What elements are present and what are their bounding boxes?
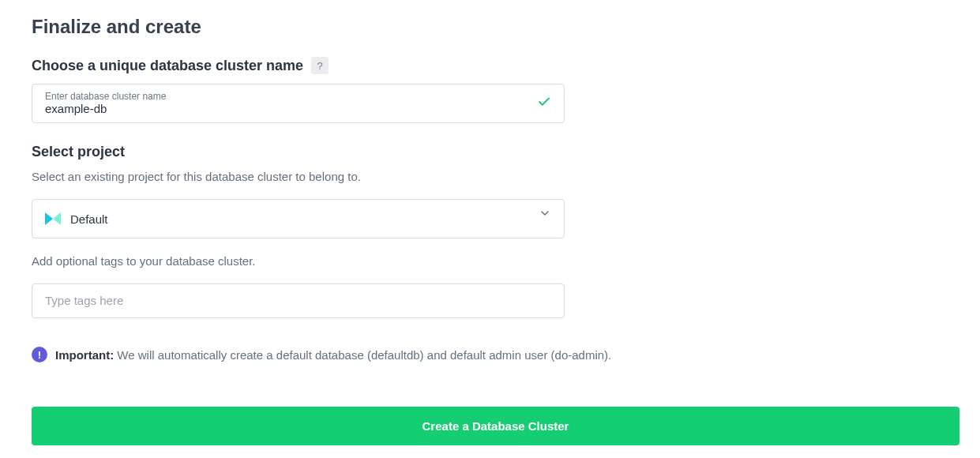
svg-marker-0 xyxy=(45,212,53,225)
svg-marker-1 xyxy=(53,212,61,225)
tags-input[interactable] xyxy=(45,294,551,307)
create-cluster-button[interactable]: Create a Database Cluster xyxy=(32,407,959,445)
checkmark-icon xyxy=(537,95,551,112)
important-label: Important: xyxy=(55,348,114,362)
cluster-name-input[interactable] xyxy=(45,102,526,115)
important-note: ! Important: We will automatically creat… xyxy=(32,347,948,362)
tags-input-wrapper[interactable] xyxy=(32,283,565,318)
help-icon[interactable]: ? xyxy=(311,57,329,74)
chevron-down-icon xyxy=(539,207,551,223)
cluster-name-heading: Choose a unique database cluster name ? xyxy=(32,57,948,74)
tags-description: Add optional tags to your database clust… xyxy=(32,254,948,268)
project-selected-value: Default xyxy=(70,212,108,226)
project-description: Select an existing project for this data… xyxy=(32,170,948,183)
project-icon xyxy=(45,211,61,227)
project-select[interactable]: Default xyxy=(32,199,565,238)
cluster-name-input-wrapper[interactable]: Enter database cluster name xyxy=(32,84,565,123)
info-icon: ! xyxy=(32,347,47,362)
cluster-name-label: Choose a unique database cluster name xyxy=(32,58,303,74)
page-title: Finalize and create xyxy=(32,16,948,38)
note-text: Important: We will automatically create … xyxy=(55,348,611,362)
note-content: We will automatically create a default d… xyxy=(117,348,611,362)
cluster-name-floating-label: Enter database cluster name xyxy=(45,91,551,102)
project-heading: Select project xyxy=(32,144,948,160)
